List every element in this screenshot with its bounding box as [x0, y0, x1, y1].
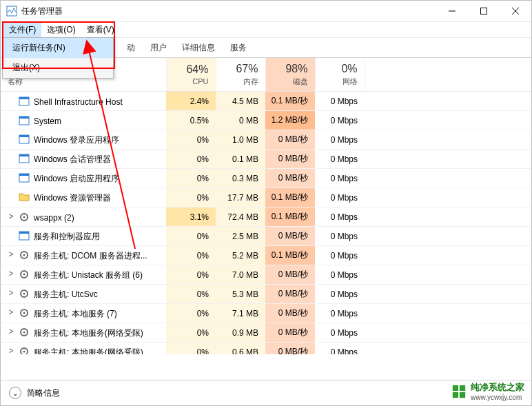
expand-toggle[interactable]: > [6, 250, 16, 259]
process-name: 服务主机: Unistack 服务组 (6) [34, 270, 143, 280]
table-row[interactable]: >服务主机: Unistack 服务组 (6)0%7.0 MB0 MB/秒0 M… [1, 265, 531, 285]
process-name-cell: >wsappx (2) [1, 207, 166, 227]
network-cell: 0 Mbps [315, 227, 365, 246]
network-cell: 0 Mbps [315, 188, 365, 207]
table-row[interactable]: >服务主机: 本地服务(网络受限)0%0.9 MB0 MB/秒0 Mbps [1, 323, 531, 343]
process-name-cell: >服务主机: UtcSvc [1, 285, 166, 304]
menu-run-new-task[interactable]: 运行新任务(N) [3, 38, 113, 58]
menu-options[interactable]: 选项(O) [41, 23, 81, 37]
watermark-url: www.ycwxjy.com [471, 394, 524, 401]
process-name: 服务主机: 本地服务(网络受限) [34, 347, 143, 355]
col-memory[interactable]: 67%内存 [216, 58, 265, 92]
cpu-cell: 0% [166, 188, 216, 207]
process-name: 服务主机: UtcSvc [34, 290, 98, 299]
cpu-cell: 0% [166, 285, 216, 304]
disk-cell: 0 MB/秒 [265, 265, 315, 285]
tab-fragment-1[interactable]: 动 [119, 39, 143, 57]
close-icon [512, 8, 519, 14]
process-name-cell: Windows 会话管理器 [1, 150, 166, 169]
svg-rect-34 [460, 385, 465, 390]
expand-toggle[interactable]: > [6, 288, 16, 298]
disk-cell: 0.1 MB/秒 [265, 188, 315, 207]
memory-cell: 0.6 MB [216, 343, 265, 355]
process-name-cell: System [1, 111, 166, 130]
network-cell: 0 Mbps [315, 285, 365, 304]
maximize-button[interactable] [468, 1, 500, 21]
menu-view[interactable]: 查看(V) [81, 23, 120, 37]
process-icon [19, 134, 30, 145]
cpu-cell: 0% [166, 343, 216, 355]
table-row[interactable]: Windows 登录应用程序0%1.0 MB0 MB/秒0 Mbps [1, 130, 531, 150]
process-name: 服务和控制器应用 [34, 232, 100, 241]
col-network[interactable]: 0%网络 [315, 58, 365, 92]
disk-cell: 0 MB/秒 [265, 227, 315, 246]
process-icon [19, 230, 30, 241]
table-row[interactable]: System0.5%0 MB1.2 MB/秒0 Mbps [1, 111, 531, 130]
disk-cell: 0 MB/秒 [265, 150, 315, 169]
expand-toggle[interactable]: > [6, 346, 16, 355]
process-table: 名称 64%CPU 67%内存 98%磁盘 0%网络 Shell Infrast… [1, 58, 531, 354]
process-name-cell: Windows 资源管理器 [1, 188, 166, 207]
minimize-button[interactable] [436, 1, 468, 21]
table-row[interactable]: Windows 资源管理器0%17.7 MB0.1 MB/秒0 Mbps [1, 188, 531, 207]
tab-details[interactable]: 详细信息 [174, 39, 223, 57]
network-cell: 0 Mbps [315, 111, 365, 130]
table-row[interactable]: 服务和控制器应用0%2.5 MB0 MB/秒0 Mbps [1, 227, 531, 246]
svg-point-30 [23, 350, 25, 352]
svg-point-26 [23, 312, 25, 314]
svg-rect-36 [460, 392, 465, 397]
svg-point-22 [23, 273, 25, 275]
svg-rect-12 [19, 154, 29, 156]
expand-toggle[interactable]: > [6, 327, 16, 336]
process-icon [19, 96, 30, 107]
table-row[interactable]: >服务主机: UtcSvc0%5.3 MB0 MB/秒0 Mbps [1, 285, 531, 304]
cpu-cell: 0% [166, 150, 216, 169]
process-name-cell: Windows 登录应用程序 [1, 130, 166, 150]
memory-cell: 1.0 MB [216, 130, 265, 150]
table-row[interactable]: >服务主机: 本地服务 (7)0%7.1 MB0 MB/秒0 Mbps [1, 304, 531, 323]
process-icon [19, 250, 30, 261]
menu-exit[interactable]: 退出(X) [3, 58, 113, 78]
process-icon [19, 172, 30, 183]
expand-toggle[interactable]: > [6, 307, 16, 317]
process-name: 服务主机: DCOM 服务器进程... [34, 251, 147, 261]
memory-cell: 17.7 MB [216, 188, 265, 207]
network-cell: 0 Mbps [315, 130, 365, 150]
process-name: Windows 会话管理器 [34, 154, 111, 164]
table-row[interactable]: Windows 会话管理器0%0.1 MB0 MB/秒0 Mbps [1, 150, 531, 169]
collapse-toggle[interactable]: ⌄ [9, 387, 21, 399]
svg-rect-14 [19, 174, 29, 176]
table-row[interactable]: >wsappx (2)3.1%72.4 MB0.1 MB/秒0 Mbps [1, 207, 531, 227]
process-icon [19, 288, 30, 299]
col-disk[interactable]: 98%磁盘 [265, 58, 315, 92]
fewer-details-label[interactable]: 简略信息 [27, 387, 60, 399]
network-cell: 0 Mbps [315, 323, 365, 343]
window-title: 任务管理器 [21, 6, 63, 17]
network-cell: 0 Mbps [315, 304, 365, 323]
network-cell: 0 Mbps [315, 246, 365, 265]
table-row[interactable]: >服务主机: 本地服务(网络受限)0%0.6 MB0 MB/秒0 Mbps [1, 343, 531, 355]
table-row[interactable]: Shell Infrastructure Host2.4%4.5 MB0.1 M… [1, 92, 531, 111]
file-menu-dropdown: 运行新任务(N) 退出(X) [2, 37, 114, 79]
cpu-cell: 0% [166, 246, 216, 265]
memory-cell: 5.3 MB [216, 285, 265, 304]
disk-cell: 0 MB/秒 [265, 343, 315, 355]
svg-point-16 [23, 216, 25, 218]
tab-users[interactable]: 用户 [143, 39, 174, 57]
close-button[interactable] [500, 1, 531, 21]
expand-toggle[interactable]: > [6, 269, 16, 278]
process-icon [19, 307, 30, 318]
table-row[interactable]: Windows 启动应用程序0%0.3 MB0 MB/秒0 Mbps [1, 169, 531, 188]
table-row[interactable]: >服务主机: DCOM 服务器进程...0%5.2 MB0.1 MB/秒0 Mb… [1, 246, 531, 265]
network-cell: 0 Mbps [315, 150, 365, 169]
disk-cell: 1.2 MB/秒 [265, 111, 315, 130]
expand-toggle[interactable]: > [6, 212, 16, 221]
svg-rect-35 [453, 392, 458, 397]
process-name: Windows 资源管理器 [34, 193, 111, 203]
menu-file[interactable]: 文件(F) [3, 23, 41, 37]
memory-cell: 0.3 MB [216, 169, 265, 188]
tab-services[interactable]: 服务 [223, 39, 254, 57]
process-icon [19, 115, 30, 126]
memory-cell: 5.2 MB [216, 246, 265, 265]
col-cpu[interactable]: 64%CPU [166, 58, 216, 92]
